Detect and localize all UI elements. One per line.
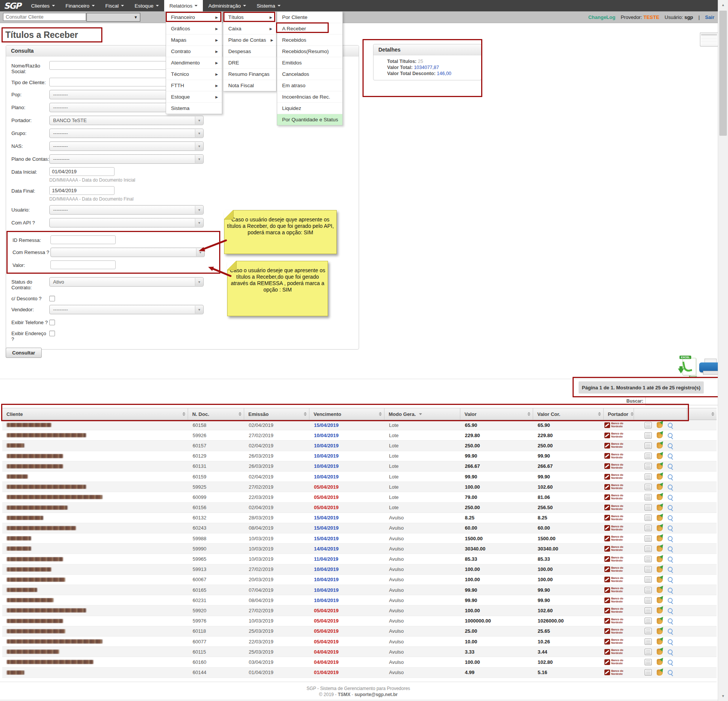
vencimento-date[interactable]: 10/04/2019 [314, 474, 339, 480]
vencimento-cell[interactable]: 15/04/2019 [309, 525, 384, 531]
view-details-icon[interactable] [668, 546, 673, 551]
table-row[interactable]: 5991327/02/201910/04/2019Avulso100.00100… [2, 565, 717, 575]
menu-item-recebidos[interactable]: Recebidos [277, 35, 342, 46]
checkbox-exibir-endereco[interactable] [49, 331, 55, 336]
vencimento-cell[interactable]: 10/04/2019 [309, 474, 384, 480]
menu-item-atendimento[interactable]: Atendimento▶ [166, 57, 222, 69]
vencimento-date[interactable]: 15/04/2019 [314, 515, 339, 521]
table-row[interactable]: 6016003/04/201904/04/2019Avulso100.00102… [2, 657, 717, 667]
column-header-actions[interactable] [687, 408, 717, 420]
receipt-icon[interactable] [645, 597, 652, 604]
vencimento-cell[interactable]: 15/04/2019 [309, 536, 384, 541]
vencimento-date[interactable]: 05/04/2019 [314, 505, 339, 510]
select-portador[interactable]: BANCO TeSTE▾ [49, 116, 204, 125]
sort-icon[interactable] [379, 412, 382, 416]
menu-item-graficos[interactable]: Gráficos▶ [166, 23, 222, 35]
receive-payment-icon[interactable] [657, 577, 663, 583]
input-id-remessa[interactable] [50, 235, 116, 244]
table-row[interactable]: 6012926/03/201910/04/2019Lote99.9099.90B… [2, 451, 717, 461]
menu-item-sistema[interactable]: Sistema [166, 103, 222, 114]
receipt-icon[interactable] [645, 576, 652, 583]
receipt-icon[interactable] [645, 649, 652, 655]
column-header-actions[interactable] [634, 408, 687, 420]
view-details-icon[interactable] [668, 474, 673, 479]
column-header-cliente[interactable]: Cliente [2, 408, 188, 420]
menu-item-recebidos-resumo[interactable]: Recebidos(Resumo) [277, 46, 342, 57]
table-row[interactable]: 6007722/03/201905/04/2019Avulso10.0010.2… [2, 637, 717, 647]
receive-payment-icon[interactable] [657, 484, 663, 490]
receipt-icon[interactable] [645, 618, 652, 624]
receive-payment-icon[interactable] [657, 453, 663, 459]
column-header-valor[interactable]: Valor [460, 408, 533, 420]
vencimento-cell[interactable]: 10/04/2019 [309, 463, 384, 469]
nav-item-fiscal[interactable]: Fiscal [100, 0, 129, 11]
select-nas[interactable]: ---------▾ [49, 141, 204, 151]
vencimento-cell[interactable]: 11/04/2019 [309, 556, 384, 562]
receive-payment-icon[interactable] [657, 659, 663, 665]
receipt-icon[interactable] [645, 546, 652, 552]
vencimento-cell[interactable]: 10/04/2019 [309, 443, 384, 449]
table-row[interactable]: 6011825/03/201905/04/2019Avulso25.0025.6… [2, 626, 717, 637]
receipt-icon[interactable] [645, 525, 652, 531]
vencimento-cell[interactable]: 15/04/2019 [309, 422, 384, 428]
receipt-icon[interactable] [645, 514, 652, 521]
input-data-final[interactable] [49, 186, 115, 195]
nav-item-sistema[interactable]: Sistema [251, 0, 286, 11]
menu-item-contrato[interactable]: Contrato▶ [166, 46, 222, 57]
view-details-icon[interactable] [668, 464, 673, 469]
receive-payment-icon[interactable] [657, 587, 663, 593]
receive-payment-icon[interactable] [657, 597, 663, 603]
nav-item-relatorios[interactable]: Relatórios [164, 0, 203, 11]
table-row[interactable]: 6014401/04/201901/04/2019Avulso4.995.16B… [2, 668, 717, 678]
table-row[interactable]: 5998810/03/201915/04/2019Avulso1500.0015… [2, 533, 717, 544]
menu-item-por-quantidade-e-status[interactable]: Por Quantidade e Status [277, 114, 342, 125]
menu-item-por-cliente[interactable]: Por Cliente [277, 12, 342, 23]
table-row[interactable]: 6009922/03/201905/04/2019Lote79.0081.06B… [2, 492, 717, 502]
vencimento-cell[interactable]: 10/04/2019 [309, 433, 384, 438]
sort-icon[interactable] [304, 412, 307, 416]
view-details-icon[interactable] [668, 670, 673, 675]
support-email[interactable]: suporte@sgp.net.br [355, 692, 398, 697]
nav-item-clientes[interactable]: Clientes [26, 0, 60, 11]
receipt-icon[interactable] [645, 432, 652, 439]
select-grupo[interactable]: ---------▾ [49, 129, 204, 138]
receipt-icon[interactable] [645, 669, 652, 676]
menu-item-dre[interactable]: DRE [223, 57, 276, 69]
view-details-icon[interactable] [668, 485, 673, 489]
menu-item-financeiro[interactable]: Financeiro▶ [166, 12, 222, 23]
vencimento-cell[interactable]: 10/04/2019 [309, 597, 384, 603]
menu-item-mapas[interactable]: Mapas▶ [166, 35, 222, 46]
table-row[interactable]: 5992627/02/201910/04/2019Lote229.80229.8… [2, 430, 717, 441]
receive-payment-icon[interactable] [657, 535, 663, 541]
vencimento-cell[interactable]: 04/04/2019 [309, 649, 384, 655]
vencimento-cell[interactable]: 05/04/2019 [309, 494, 384, 500]
table-row[interactable]: 6016507/04/201910/04/2019Avulso99.9099.9… [2, 585, 717, 595]
vencimento-cell[interactable]: 05/04/2019 [309, 618, 384, 624]
sort-icon[interactable] [238, 412, 242, 416]
receive-payment-icon[interactable] [657, 494, 663, 500]
vencimento-date[interactable]: 15/04/2019 [314, 536, 339, 541]
menu-item-nota-fiscal[interactable]: Nota Fiscal [223, 80, 276, 91]
view-details-icon[interactable] [668, 557, 673, 561]
view-details-icon[interactable] [668, 598, 673, 603]
nav-item-financeiro[interactable]: Financeiro [60, 0, 100, 11]
table-row[interactable]: 6015602/04/201905/04/2019Lote250.00256.5… [2, 503, 717, 513]
checkbox-c-desconto[interactable] [49, 296, 55, 301]
menu-item-titulos[interactable]: Títulos▶ [223, 12, 276, 23]
column-header-n-doc[interactable]: N. Doc. [188, 408, 244, 420]
table-row[interactable]: 6013228/03/201915/04/2019Avulso8.258.25B… [2, 513, 717, 523]
receipt-icon[interactable] [645, 638, 652, 645]
vencimento-date[interactable]: 05/04/2019 [314, 608, 339, 613]
vencimento-cell[interactable]: 05/04/2019 [309, 484, 384, 490]
changelog-link[interactable]: ChangeLog [588, 14, 615, 20]
menu-item-plano-de-contas[interactable]: Plano de Contas▶ [223, 35, 276, 46]
receipt-icon[interactable] [645, 442, 652, 449]
menu-item-liquidez[interactable]: Liquidez [277, 103, 342, 114]
vencimento-date[interactable]: 04/04/2019 [314, 659, 339, 665]
receive-payment-icon[interactable] [657, 474, 663, 480]
checkbox-exibir-telefone[interactable] [49, 320, 55, 325]
menu-item-tecnico[interactable]: Técnico▶ [166, 69, 222, 80]
vencimento-date[interactable]: 15/04/2019 [314, 422, 339, 428]
menu-item-a-receber[interactable]: A Receber [277, 23, 342, 35]
scrollbar[interactable]: ▲ ▼ [718, 0, 728, 701]
